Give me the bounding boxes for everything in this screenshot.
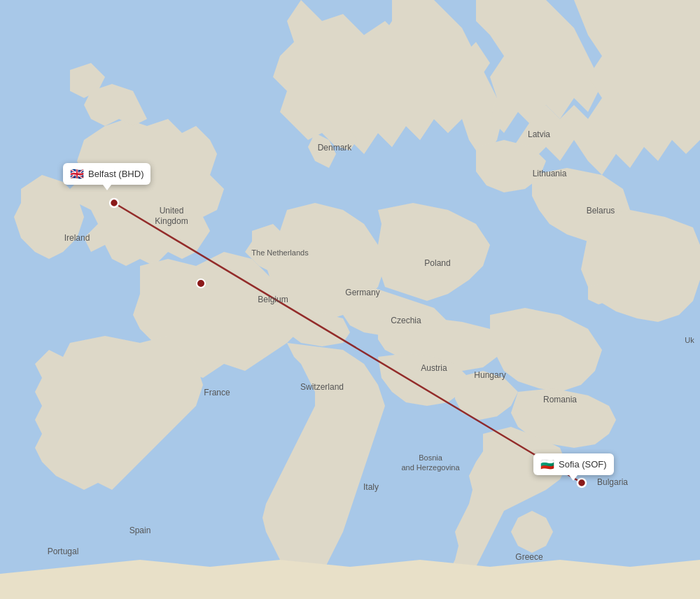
- country-label-latvia: Latvia: [528, 129, 550, 139]
- country-label-denmark: Denmark: [318, 143, 353, 153]
- country-label-greece: Greece: [515, 552, 543, 562]
- country-label-bosnia2: and Herzegovina: [401, 463, 460, 472]
- country-label-bulgaria: Bulgaria: [597, 477, 628, 487]
- belfast-text: Belfast (BHD): [88, 169, 144, 179]
- country-label-uk-partial: Uk: [685, 336, 694, 344]
- country-label-czechia: Czechia: [391, 316, 421, 325]
- map-svg: Ireland United Kingdom Denmark Latvia Li…: [0, 0, 700, 599]
- country-label-belgium: Belgium: [258, 295, 288, 304]
- svg-point-2: [197, 279, 205, 288]
- uk-flag: 🇬🇧: [70, 167, 84, 181]
- belfast-label: 🇬🇧 Belfast (BHD): [63, 163, 150, 185]
- belfast-marker: [110, 199, 118, 207]
- country-label-austria: Austria: [421, 363, 447, 373]
- sofia-label: 🇧🇬 Sofia (SOF): [533, 453, 614, 475]
- country-label-hungary: Hungary: [474, 370, 505, 380]
- country-label-lithuania: Lithuania: [533, 169, 567, 178]
- sofia-marker: [578, 479, 586, 487]
- country-label-romania: Romania: [543, 395, 577, 404]
- country-label-poland: Poland: [424, 258, 450, 268]
- country-label-germany: Germany: [345, 288, 379, 297]
- country-label-belarus: Belarus: [587, 206, 615, 216]
- bulgaria-flag: 🇧🇬: [540, 458, 554, 471]
- country-label-bosnia: Bosnia: [419, 453, 443, 462]
- sofia-text: Sofia (SOF): [559, 459, 607, 470]
- country-label-ireland: Ireland: [64, 233, 90, 243]
- country-label-netherlands: The Netherlands: [251, 248, 309, 257]
- country-label-switzerland: Switzerland: [300, 382, 344, 392]
- country-label-portugal: Portugal: [48, 547, 79, 556]
- country-label-france: France: [204, 388, 230, 397]
- country-label-uk2: Kingdom: [155, 216, 188, 226]
- map-container: Ireland United Kingdom Denmark Latvia Li…: [0, 0, 700, 599]
- country-label-italy: Italy: [363, 482, 379, 492]
- country-label-uk: United: [160, 206, 184, 216]
- country-label-spain: Spain: [130, 526, 151, 535]
